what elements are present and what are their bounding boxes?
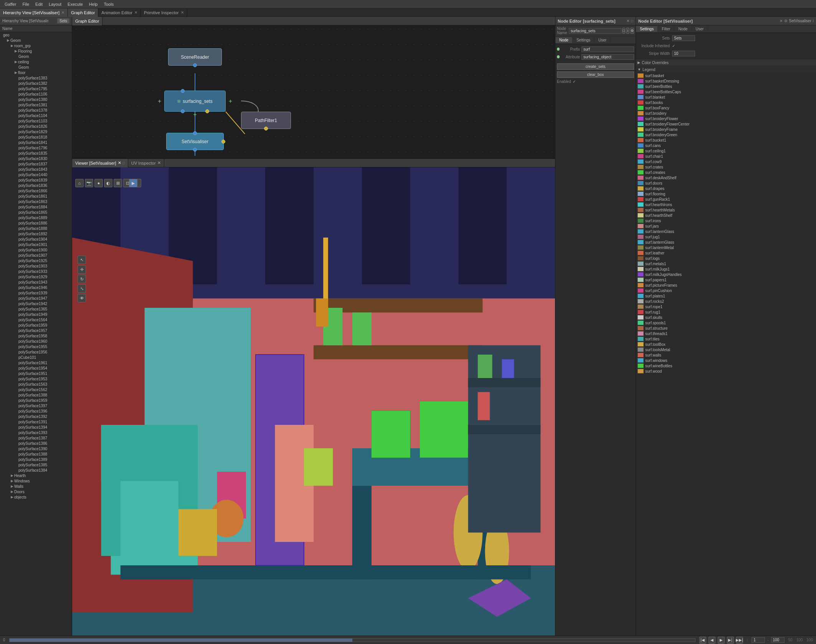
set-visualiser-node[interactable]: SetVisualiser	[166, 133, 224, 150]
tree-item[interactable]: polySurface1943	[0, 279, 72, 285]
graph-editor-tab[interactable]: Graph Editor	[72, 17, 102, 25]
surfacing-attribute-input[interactable]	[581, 54, 634, 60]
legend-item[interactable]: surf.boxFancy	[636, 105, 816, 111]
tree-item[interactable]: ▶ Flooring	[0, 48, 72, 54]
set-stripe-width-input[interactable]	[672, 51, 695, 56]
menu-layout[interactable]: Layout	[46, 1, 64, 7]
tree-item[interactable]: polySurface1863	[0, 199, 72, 204]
tree-item[interactable]: polySurface1835	[0, 150, 72, 156]
tree-item[interactable]: ▶ room_grp	[0, 43, 72, 48]
tree-item[interactable]: polySurface1826	[0, 124, 72, 129]
legend-item[interactable]: surf.wineBottles	[636, 363, 816, 368]
tab-animation-editor[interactable]: Animation Editor ✕	[98, 8, 141, 17]
playback-start-btn[interactable]: |◀	[699, 637, 706, 644]
legend-item[interactable]: surf.jars	[636, 223, 816, 229]
surfacing-sets-add-left[interactable]: +	[158, 98, 161, 105]
tree-item[interactable]: polySurface1865	[0, 210, 72, 215]
viewer-home-btn[interactable]: ⌂	[75, 179, 84, 187]
hierarchy-sets-button[interactable]: Sets	[57, 18, 69, 23]
tree-item[interactable]: polySurface1397	[0, 403, 72, 408]
tree-item[interactable]: polySurface1900	[0, 247, 72, 253]
legend-item[interactable]: surf.logs	[636, 256, 816, 261]
legend-item[interactable]: surf.broideryFlowerCenter	[636, 121, 816, 127]
tree-item[interactable]: polySurface1381	[0, 102, 72, 107]
legend-item[interactable]: surf.toolsMetal	[636, 347, 816, 352]
tree-item[interactable]: pCube101	[0, 355, 72, 360]
legend-item[interactable]: surf.papers1	[636, 277, 816, 282]
tree-item[interactable]: polySurface1830	[0, 156, 72, 161]
tree-item[interactable]: polySurface1380	[0, 97, 72, 102]
menu-gaffer[interactable]: Gaffer	[2, 1, 19, 7]
legend-item[interactable]: surf.rocks2	[636, 299, 816, 304]
color-overrides-header[interactable]: ▶ Color Overrides	[636, 59, 816, 66]
surfacing-gear-icon[interactable]: ⚙	[630, 28, 634, 34]
tree-item[interactable]: polySurface1861	[0, 193, 72, 199]
surfacing-tab-settings[interactable]: Settings	[573, 37, 595, 43]
tree-item[interactable]: polySurface1385	[0, 462, 72, 467]
tool-scale-btn[interactable]: ⤡	[78, 284, 86, 293]
tree-item[interactable]: polySurface1959	[0, 398, 72, 403]
tree-item[interactable]: polySurface1837	[0, 161, 72, 167]
legend-item[interactable]: surf.cow9	[636, 159, 816, 164]
lock-node-editor-surfacing-icon[interactable]: □	[631, 19, 633, 23]
legend-item[interactable]: surf.ceiling1	[636, 148, 816, 154]
legend-item[interactable]: surf.irons	[636, 218, 816, 223]
tool-rotate-btn[interactable]: ↻	[78, 275, 86, 283]
close-uv-tab-icon[interactable]: ✕	[157, 160, 161, 165]
set-tab-user[interactable]: User	[692, 26, 708, 32]
legend-item[interactable]: surf.flooring	[636, 191, 816, 197]
surfacing-box-icon[interactable]: □	[622, 28, 626, 34]
legend-item[interactable]: surf.crates	[636, 164, 816, 170]
surfacing-info-icon[interactable]: i	[626, 28, 629, 34]
tree-item[interactable]: polySurface1382	[0, 81, 72, 86]
tree-item[interactable]: polySurface1866	[0, 188, 72, 193]
legend-item[interactable]: surf.deskAndShelf	[636, 175, 816, 180]
legend-item[interactable]: surf.beerBottlesCaps	[636, 89, 816, 94]
legend-item[interactable]: surf.milkJugs1	[636, 266, 816, 272]
legend-item[interactable]: surf.hearthShelf	[636, 213, 816, 218]
tree-item[interactable]: polySurface1386	[0, 441, 72, 446]
legend-item[interactable]: surf.structure	[636, 325, 816, 331]
legend-item[interactable]: surf.doors	[636, 180, 816, 186]
legend-item[interactable]: surf.toolBox	[636, 342, 816, 347]
tree-item[interactable]: polySurface1796	[0, 145, 72, 150]
tree-item[interactable]: polySurface1384	[0, 467, 72, 473]
surfacing-sets-node[interactable]: ⊞ surfacing_sets + + +	[164, 91, 226, 112]
legend-item[interactable]: surf.broidery	[636, 111, 816, 116]
menu-execute[interactable]: Execute	[64, 1, 86, 7]
tree-item[interactable]: ▶ Hearth	[0, 473, 72, 478]
tree-item[interactable]: polySurface1955	[0, 344, 72, 349]
surfacing-sets-add-bottom[interactable]: +	[193, 111, 197, 118]
close-node-editor-surfacing-icon[interactable]: ✕	[626, 19, 629, 23]
set-sets-input[interactable]	[672, 35, 695, 41]
tree-item[interactable]: polySurface1892	[0, 231, 72, 236]
surfacing-tab-user[interactable]: User	[595, 37, 611, 43]
tree-item[interactable]: polySurface1884	[0, 204, 72, 210]
legend-item[interactable]: surf.blanket	[636, 94, 816, 100]
legend-item[interactable]: surf.milkJugsHandles	[636, 272, 816, 277]
tree-item[interactable]: polySurface1959	[0, 322, 72, 328]
set-visualiser-yellow-port[interactable]	[221, 140, 225, 144]
tree-item[interactable]: polySurface1960	[0, 339, 72, 344]
tree-item[interactable]: polySurface1387	[0, 435, 72, 441]
legend-item[interactable]: surf.broideryFrame	[636, 127, 816, 132]
viewer-pause-btn[interactable]: ▶	[129, 179, 137, 187]
playback-prev-btn[interactable]: ◀	[709, 637, 715, 644]
tree-item[interactable]: polySurface1841	[0, 140, 72, 145]
tree-item[interactable]: polySurface1393	[0, 430, 72, 435]
tree-item[interactable]: Geom	[0, 54, 72, 59]
uv-inspector-tab[interactable]: UV Inspector ✕	[128, 159, 164, 167]
set-tab-node[interactable]: Node	[674, 26, 692, 32]
legend-item[interactable]: surf.beerBottles	[636, 84, 816, 89]
viewer-tab[interactable]: Viewer [SetVisualiser] ✕ □	[72, 159, 128, 167]
tree-item[interactable]: polySurface1563	[0, 381, 72, 387]
scene-reader-node[interactable]: SceneReader	[168, 48, 222, 66]
tree-item[interactable]: polySurface1901	[0, 242, 72, 247]
legend-item[interactable]: surf.pinCushion	[636, 288, 816, 293]
set-visualiser-in-port[interactable]	[193, 131, 197, 135]
path-filter-out-port[interactable]	[264, 127, 268, 130]
tree-item[interactable]: polySurface1925	[0, 258, 72, 263]
surfacing-node-name-input[interactable]	[569, 28, 621, 34]
tree-item[interactable]: polySurface1839	[0, 177, 72, 183]
menu-help[interactable]: Help	[86, 1, 101, 7]
